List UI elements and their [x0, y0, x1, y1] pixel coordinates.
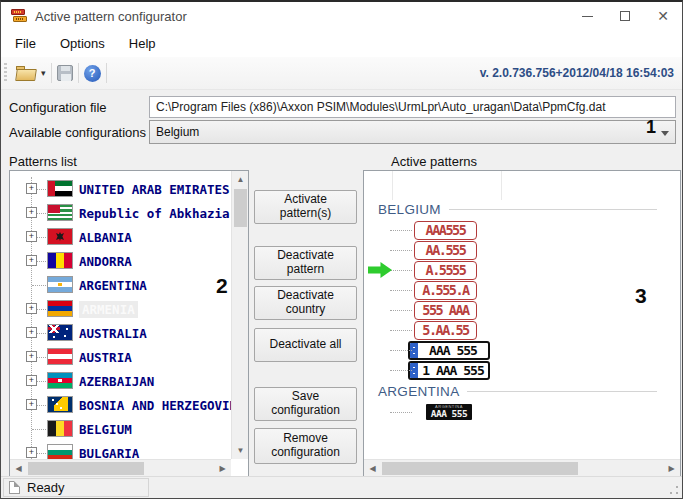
expand-plus-icon[interactable]: + [26, 399, 37, 410]
toolbar-grip [4, 63, 7, 83]
patterns-list-vertical-scrollbar[interactable]: ▲ ▼ [231, 171, 248, 459]
open-folder-icon[interactable] [16, 66, 37, 81]
plate-pattern[interactable]: AAA555 [414, 221, 477, 240]
flag-azerbaijan-icon [47, 372, 73, 389]
scroll-up-icon[interactable]: ▲ [232, 171, 249, 188]
available-configurations-select[interactable]: Belgium [149, 120, 676, 144]
tree-item-andorra[interactable]: +ANDORRA [10, 249, 231, 273]
plate-pattern[interactable]: AA.555 [414, 241, 477, 260]
open-dropdown-caret-icon[interactable]: ▾ [41, 68, 46, 78]
plate-row: ARGENTINAAAA 555 [414, 402, 663, 422]
tree-item-armenia[interactable]: +ARMENIA [10, 297, 231, 321]
expand-plus-icon[interactable]: + [26, 183, 37, 194]
patterns-list-horizontal-scrollbar[interactable]: ◀ ▶ [10, 459, 231, 476]
expand-plus-icon[interactable]: + [26, 255, 37, 266]
minimize-button[interactable] [568, 2, 606, 30]
deactivate-pattern-button[interactable]: Deactivate pattern [254, 246, 357, 280]
menu-options[interactable]: Options [50, 32, 115, 55]
plate-row: AA.555 [414, 240, 663, 260]
country-name: UNITED ARAB EMIRATES [79, 182, 230, 197]
patterns-list: +UNITED ARAB EMIRATES+Republic of Abkhaz… [9, 170, 249, 477]
flag-uae-icon [47, 180, 73, 197]
tree-item-bosnia-and-herzegovina[interactable]: +BOSNIA AND HERZEGOVINA [10, 393, 231, 417]
expand-plus-icon[interactable]: + [26, 327, 37, 338]
expand-plus-icon[interactable]: + [26, 375, 37, 386]
tree-connector [390, 350, 412, 351]
plate-pattern[interactable]: 555 AAA [414, 301, 477, 320]
flag-australia-icon [47, 324, 73, 341]
save-icon[interactable] [57, 65, 73, 81]
plate-pattern[interactable]: 1 AAA 555 [408, 361, 490, 380]
flag-albania-icon [47, 228, 73, 245]
scroll-left-icon[interactable]: ◀ [364, 460, 381, 477]
flag-andorra-icon [47, 252, 73, 269]
tree-item-austria[interactable]: +AUSTRIA [10, 345, 231, 369]
help-icon[interactable]: ? [84, 65, 101, 82]
active-patterns-label: Active patterns [391, 154, 477, 169]
tree-item-united-arab-emirates[interactable]: +UNITED ARAB EMIRATES [10, 177, 231, 201]
version-label: v. 2.0.736.756+2012/04/18 16:54:03 [480, 66, 674, 80]
scrollbar-thumb[interactable] [28, 462, 144, 475]
active-patterns-horizontal-scrollbar[interactable]: ◀ ▶ [364, 459, 680, 476]
tree-item-australia[interactable]: +AUSTRALIA [10, 321, 231, 345]
scrollbar-thumb[interactable] [382, 462, 578, 475]
tree-item-belgium[interactable]: BELGIUM [10, 417, 231, 441]
plate-row: A.555.A [414, 280, 663, 300]
plate-pattern[interactable]: A.5555 [414, 261, 477, 280]
close-button[interactable]: ✕ [644, 2, 682, 30]
remove-configuration-button[interactable]: Remove configuration [254, 428, 357, 464]
menu-help[interactable]: Help [119, 32, 166, 55]
group-country-name: ARGENTINA [378, 384, 459, 399]
group-rule [467, 391, 657, 392]
minimize-icon [582, 16, 593, 17]
annotation-3: 3 [635, 284, 647, 308]
tree-item-bulgaria[interactable]: +BULGARIA [10, 441, 231, 459]
country-name: BELGIUM [79, 422, 132, 437]
deactivate-all-button[interactable]: Deactivate all [254, 328, 357, 362]
tree-item-argentina[interactable]: ARGENTINA [10, 273, 231, 297]
expand-plus-icon[interactable]: + [26, 351, 37, 362]
save-configuration-button[interactable]: Save configuration [254, 387, 357, 421]
scroll-right-icon[interactable]: ▶ [214, 460, 231, 477]
tree-connector [390, 330, 412, 331]
plate-pattern[interactable]: AAA 555 [408, 341, 490, 360]
maximize-icon [620, 11, 630, 21]
scroll-down-icon[interactable]: ▼ [232, 442, 249, 459]
tree-item-albania[interactable]: +ALBANIA [10, 225, 231, 249]
expand-plus-icon[interactable]: + [26, 303, 37, 314]
flag-bosnia-icon [47, 396, 73, 413]
activate-pattern-s-button[interactable]: Activate pattern(s) [254, 190, 357, 224]
country-name: AZERBAIJAN [79, 374, 154, 389]
scroll-right-icon[interactable]: ▶ [663, 460, 680, 477]
patterns-tree[interactable]: +UNITED ARAB EMIRATES+Republic of Abkhaz… [10, 171, 231, 459]
plate-pattern[interactable]: ARGENTINAAAA 555 [426, 404, 472, 420]
expand-plus-icon[interactable]: + [26, 231, 37, 242]
plate-row: 5.AA.55 [414, 320, 663, 340]
expand-plus-icon[interactable]: + [26, 207, 37, 218]
group-header-belgium: BELGIUM [378, 202, 657, 217]
tree-connector [390, 230, 412, 231]
maximize-button[interactable] [606, 2, 644, 30]
country-name: AUSTRIA [79, 350, 132, 365]
country-name: ARGENTINA [79, 278, 147, 293]
configuration-file-field[interactable]: C:\Program Files (x86)\Axxon PSIM\Module… [149, 96, 676, 118]
country-name: ARMENIA [79, 301, 138, 318]
plate-pattern[interactable]: 5.AA.55 [414, 321, 477, 340]
flag-bulgaria-icon [47, 444, 73, 459]
deactivate-country-button[interactable]: Deactivate country [254, 286, 357, 320]
title-bar: Active pattern configurator ✕ [1, 2, 682, 30]
status-text: Ready [27, 480, 65, 495]
flag-austria-icon [47, 348, 73, 365]
scroll-left-icon[interactable]: ◀ [10, 460, 27, 477]
chevron-down-icon [661, 131, 669, 136]
flag-abkhazia-icon [47, 204, 73, 221]
menu-file[interactable]: File [5, 32, 46, 55]
expand-plus-icon[interactable]: + [26, 447, 37, 458]
country-name: ALBANIA [79, 230, 132, 245]
tree-item-azerbaijan[interactable]: +AZERBAIJAN [10, 369, 231, 393]
country-name: AUSTRALIA [79, 326, 147, 341]
resize-grip[interactable] [668, 484, 680, 496]
tree-item-republic-of-abkhazia[interactable]: +Republic of Abkhazia [10, 201, 231, 225]
scrollbar-thumb[interactable] [234, 189, 247, 227]
plate-pattern[interactable]: A.555.A [414, 281, 477, 300]
